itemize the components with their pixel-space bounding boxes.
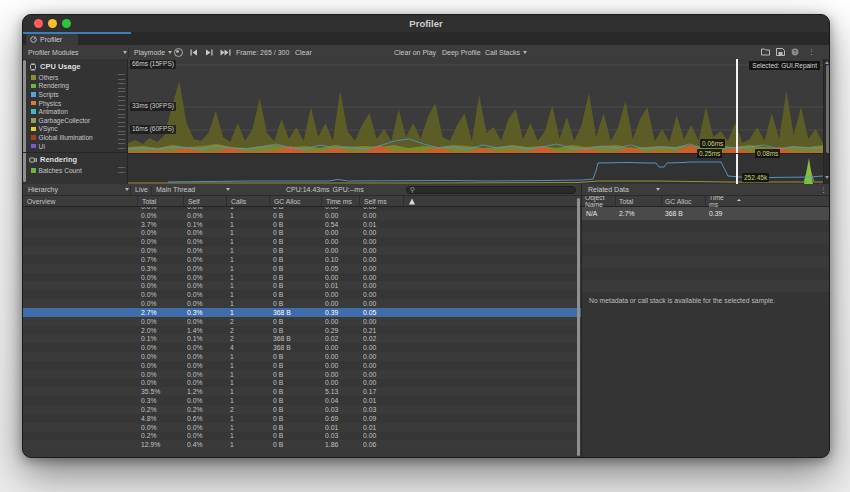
table-row[interactable]: ▶StatsScript.OnGUI() [Invoke]2.0%1.4%20 …: [23, 326, 581, 335]
column-header-object-name[interactable]: Object Name: [582, 196, 615, 206]
cpu-usage-module-header[interactable]: CPU Usage: [29, 61, 80, 72]
table-row[interactable]: FixedUpdate.LegacyFixedAnimationUpdate0.…: [23, 237, 581, 246]
drag-handle-icon[interactable]: [118, 167, 125, 173]
charts-scrollbar-thumb[interactable]: [826, 65, 830, 153]
frame-time-tooltip: 0.25ms: [697, 149, 722, 158]
table-row[interactable]: UIElementsRuntimeUtilityNativeUpdate0.0%…: [23, 361, 581, 370]
next-frame-button[interactable]: [205, 45, 213, 59]
drag-handle-icon[interactable]: [118, 126, 125, 132]
table-row[interactable]: FixedUpdate.XRFixedUpdate0.0%0.0%10 B0.0…: [23, 228, 581, 237]
related-data-dropdown[interactable]: Related Data: [588, 184, 629, 195]
cpu-legend-item[interactable]: Global Illumination: [31, 133, 125, 142]
search-box[interactable]: ⚲: [406, 186, 576, 195]
drag-handle-icon[interactable]: [118, 83, 125, 89]
save-profile-button[interactable]: [776, 45, 785, 59]
table-row[interactable]: ▶Camera.ImageEffects0.2%0.0%10 B0.030.00: [23, 432, 581, 441]
clear-button[interactable]: Clear: [295, 45, 312, 59]
table-row[interactable]: ▶FixedUpdate.Physics2DFixedUpdate0.0%0.0…: [23, 211, 581, 220]
selected-frame-line-rendering[interactable]: [736, 154, 738, 184]
table-row[interactable]: SupportedRenderingFeatures.active0.0%0.0…: [23, 379, 581, 388]
cpu-legend-item[interactable]: Scripts: [31, 90, 125, 99]
playmode-label: Playmode: [134, 49, 165, 56]
cpu-legend-item[interactable]: VSync: [31, 125, 125, 134]
thread-dropdown[interactable]: Main Thread: [156, 184, 195, 195]
playmode-dropdown[interactable]: Playmode: [134, 45, 172, 59]
column-header-time-ms[interactable]: Time ms: [705, 196, 741, 206]
live-toggle[interactable]: Live: [135, 184, 148, 195]
table-row[interactable]: ▶FixedUpdate.ScriptRunBehaviourFixedUpda…: [23, 255, 581, 264]
profiler-modules-dropdown[interactable]: Profiler Modules: [28, 45, 79, 59]
table-row[interactable]: FixedUpdate.ClearLines0.0%0.0%10 B0.000.…: [23, 290, 581, 299]
cpu-legend-item[interactable]: Physics: [31, 99, 125, 108]
rendering-legend-item[interactable]: Batches Count: [31, 166, 125, 175]
column-header-overview[interactable]: Overview: [23, 196, 137, 206]
table-row[interactable]: ▶FixedUpdate.PhysicsFixedUpdate3.7%0.1%1…: [23, 220, 581, 229]
column-header-time-ms[interactable]: Time ms: [321, 196, 359, 206]
column-header-total[interactable]: Total: [137, 196, 183, 206]
cpu-legend-item[interactable]: GarbageCollector: [31, 116, 125, 125]
cell-time-ms: 0.02: [321, 335, 359, 342]
selected-frame-line[interactable]: [736, 59, 738, 153]
cell-time-ms: 0.00: [321, 371, 359, 378]
cell-self-ms: 0.00: [359, 362, 403, 369]
column-header-gc-alloc[interactable]: GC Alloc: [661, 196, 705, 206]
column-header-self-ms[interactable]: Self ms: [359, 196, 403, 206]
table-row[interactable]: ▶GUIUtility.BeginGUI() [Invoke]0.1%0.1%2…: [23, 334, 581, 343]
drag-handle-icon[interactable]: [118, 100, 125, 106]
table-row[interactable]: ▶UGUI.Rendering.RenderOverlays0.0%0.0%10…: [23, 370, 581, 379]
table-row[interactable]: ▶FixedUpdate.NewInputFixedUpdate0.0%0.0%…: [23, 281, 581, 290]
table-row[interactable]: GC.Alloc0.0%0.0%4368 B0.000.00: [23, 343, 581, 352]
table-row[interactable]: ▶FixedUpdate.DirectorFixedUpdate0.0%0.0%…: [23, 246, 581, 255]
cell-gc-alloc: 0 B: [269, 388, 321, 395]
cell-total: 2.7%: [137, 309, 183, 316]
drag-handle-icon[interactable]: [118, 134, 125, 140]
drag-handle-icon[interactable]: [118, 117, 125, 123]
table-row[interactable]: ▶PlayerEndOfFrame0.0%0.0%10 B0.000.00: [23, 299, 581, 308]
table-row[interactable]: ▶DestroyCullResults0.3%0.0%10 B0.040.01: [23, 396, 581, 405]
prev-frame-button[interactable]: [190, 45, 198, 59]
column-header-total[interactable]: Total: [615, 196, 661, 206]
table-row[interactable]: ▶CommandBuffer.BeforeImageEffects4.8%0.6…: [23, 414, 581, 423]
charts-scrollbar[interactable]: [823, 59, 830, 184]
table-row[interactable]: GUIUtility.EndGUI() [Invoke]0.0%0.0%20 B…: [23, 317, 581, 326]
cpu-legend-item[interactable]: UI: [31, 142, 125, 151]
table-row[interactable]: ▶Camera.Render35.5%1.2%10 B5.130.17: [23, 387, 581, 396]
cell-calls: 1: [226, 379, 269, 386]
cpu-legend-item[interactable]: Rendering: [31, 82, 125, 91]
table-row[interactable]: ▶GUI.Repaint2.7%0.3%1368 B0.390.05: [23, 308, 581, 317]
drag-handle-icon[interactable]: [118, 91, 125, 97]
tab-profiler[interactable]: Profiler: [26, 34, 78, 46]
context-menu-button[interactable]: ⋮: [808, 45, 815, 59]
column-header-gc-alloc[interactable]: GC Alloc: [269, 196, 321, 206]
drag-handle-icon[interactable]: [118, 109, 125, 115]
table-row[interactable]: ▶FixedUpdate.AudioFixedUpdate0.3%0.0%10 …: [23, 264, 581, 273]
drag-handle-icon[interactable]: [118, 74, 125, 80]
call-stacks-dropdown[interactable]: Call Stacks: [485, 45, 527, 59]
view-mode-dropdown[interactable]: Hierarchy: [28, 184, 58, 195]
cpu-legend-item[interactable]: Others: [31, 73, 125, 82]
deep-profile-toggle[interactable]: Deep Profile: [442, 45, 481, 59]
column-header-marker[interactable]: [403, 196, 421, 206]
cpu-legend-item[interactable]: Animation: [31, 107, 125, 116]
record-button[interactable]: [174, 45, 183, 59]
table-row[interactable]: ▶Drawing12.9%0.4%10 B1.860.06: [23, 440, 581, 449]
current-frame-button[interactable]: [220, 45, 231, 59]
table-row[interactable]: FixedUpdate.DirectorFixedSampleEnd0.0%0.…: [23, 273, 581, 282]
column-header-self[interactable]: Self: [183, 196, 226, 206]
rendering-module-header[interactable]: Rendering: [29, 154, 77, 165]
table-row[interactable]: Event.Internal_MakeMasterEventCurrent0.0…: [23, 352, 581, 361]
help-button[interactable]: ?: [791, 45, 799, 59]
module-panel-scrollbar[interactable]: [23, 60, 26, 182]
table-row[interactable]: ▶Flare.Render0.0%0.0%10 B0.010.01: [23, 423, 581, 432]
drag-handle-icon[interactable]: [118, 143, 125, 149]
load-profile-button[interactable]: [761, 45, 770, 59]
cell-calls: 1: [226, 371, 269, 378]
search-input[interactable]: [415, 186, 572, 193]
clear-on-play-toggle[interactable]: Clear on Play: [394, 45, 436, 59]
table-row[interactable]: RenderLoop.CleanupNodeQueue0.2%0.2%20 B0…: [23, 405, 581, 414]
hierarchy-scrollbar-thumb[interactable]: [577, 198, 580, 456]
related-data-row[interactable]: N/A 2.7% 368 B 0.39: [582, 207, 830, 220]
related-context-menu-button[interactable]: ⋮: [820, 186, 827, 194]
related-data-panel: Object Name Total GC Alloc Time ms N/A 2…: [581, 196, 830, 458]
column-header-calls[interactable]: Calls: [226, 196, 269, 206]
